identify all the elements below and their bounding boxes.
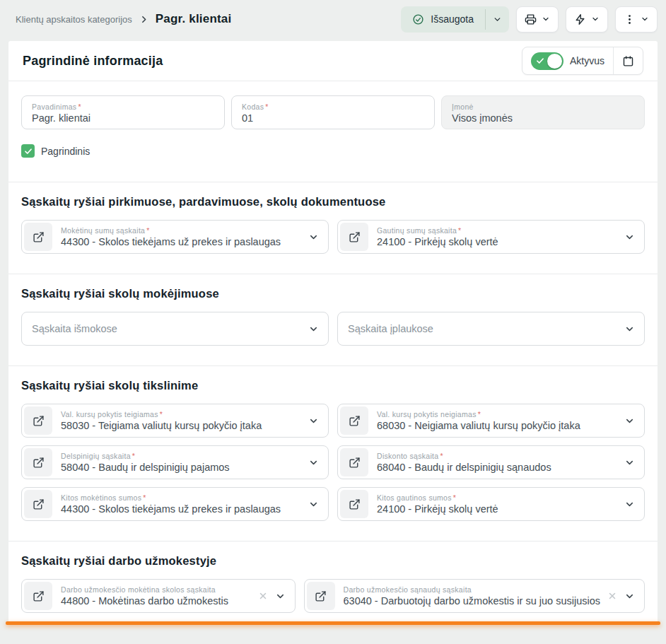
open-record-button[interactable] [340,490,368,518]
open-record-button[interactable] [24,223,52,251]
print-menu-button[interactable] [516,6,559,33]
chevron-down-icon [624,232,635,242]
field-value: 58030 - Teigiama valiutų kursų pokyčio į… [61,420,301,431]
open-record-button[interactable] [340,223,368,251]
top-bar: Klientų apskaitos kategorijos Pagr. klie… [0,0,666,38]
chevron-down-icon [624,499,635,510]
chevron-down-icon [591,15,600,23]
open-record-button[interactable] [24,406,52,435]
section-payroll: Sąskaitų ryšiai darbo užmokestyje Darbo … [8,541,658,620]
external-link-icon [33,590,45,602]
active-toggle-label: Aktyvus [570,55,604,66]
payroll-payable-select[interactable]: Darbo užmokesčio mokėtina skolos sąskait… [21,579,296,613]
save-status-button[interactable]: Išsaugota [401,6,509,33]
chevron-right-icon [139,15,148,24]
save-status-label: Išsaugota [431,13,474,25]
payables-account-select[interactable]: Mokėtinų sumų sąskaita* 44300 - Skolos t… [21,220,329,254]
main-form-card: Pagrindinė informacija Aktyvus Pavadinim… [8,41,658,625]
field-label: Mokėtinų sumų sąskaita [61,226,145,235]
code-field[interactable]: Kodas* 01 [231,95,435,129]
required-marker: * [265,103,268,111]
field-label: Kitos mokėtinos sumos [61,493,141,502]
required-marker: * [453,493,456,502]
company-field: Įmonė Visos įmonės [441,95,645,129]
field-value: 24100 - Pirkėjų skolų vertė [377,503,617,515]
chevron-down-icon [624,457,635,468]
field-label: Darbo užmokesčio mokėtina skolos sąskait… [61,585,216,594]
field-label: Kitos gautinos sumos [377,493,452,502]
breadcrumb-parent-link[interactable]: Klientų apskaitos kategorijos [16,14,132,25]
breadcrumb: Klientų apskaitos kategorijos Pagr. klie… [16,12,231,26]
chevron-down-icon [624,591,635,602]
currency-loss-select[interactable]: Val. kursų pokytis neigiamas* 68030 - Ne… [337,404,645,438]
section-title: Sąskaitų ryšiai skolų mokėjimuose [21,287,645,300]
currency-gain-select[interactable]: Val. kursų pokytis teigiamas* 58030 - Te… [21,404,329,438]
field-label: Delspinigių sąskaita [61,452,131,460]
check-icon [24,147,33,156]
printer-icon [525,13,537,25]
open-record-button[interactable] [24,582,52,610]
open-record-button[interactable] [24,448,52,476]
section-title: Sąskaitų ryšiai darbo užmokestyje [21,554,645,568]
clear-icon[interactable] [258,591,268,601]
save-dropdown-button[interactable] [486,6,509,33]
other-receivables-select[interactable]: Kitos gautinos sumos* 24100 - Pirkėjų sk… [337,487,645,521]
open-record-button[interactable] [307,582,335,610]
required-marker: * [458,226,461,235]
chevron-down-icon [624,416,635,426]
required-marker: * [146,226,149,235]
checkbox-label: Pagrindinis [41,146,90,157]
chevron-down-icon [275,591,286,602]
select-placeholder: Sąskaita išmokose [32,323,301,334]
field-value: Visos įmonės [452,112,634,124]
chevron-down-icon [542,15,550,23]
history-calendar-button[interactable] [614,47,643,74]
chevron-down-icon [641,15,649,23]
toggle-switch[interactable] [531,52,563,70]
field-value: 58040 - Baudų ir delspinigių pajamos [61,462,301,473]
field-label: Val. kursų pokytis neigiamas [377,410,477,418]
inpayment-account-select[interactable]: Sąskaita įplaukose [337,312,645,346]
field-value: Pagr. klientai [32,112,214,124]
other-payables-select[interactable]: Kitos mokėtinos sumos* 44300 - Skolos ti… [21,487,329,521]
name-field[interactable]: Pavadinimas* Pagr. klientai [21,95,225,129]
open-record-button[interactable] [340,448,368,476]
field-value: 01 [242,112,424,124]
field-value: 44300 - Skolos tiekėjams už prekes ir pa… [61,503,301,515]
external-link-icon [349,231,361,243]
chevron-down-icon [308,324,319,334]
active-toggle[interactable]: Aktyvus [522,47,613,74]
open-record-button[interactable] [24,490,52,518]
field-value: 63040 - Darbuotojų darbo užmokestis ir s… [344,595,601,607]
required-marker: * [78,103,81,111]
field-label: Darbo užmokesčio sąnaudų sąskaita [344,585,472,594]
payroll-expense-select[interactable]: Darbo užmokesčio sąnaudų sąskaita 63040 … [304,579,645,613]
select-placeholder: Sąskaita įplaukose [348,323,617,334]
field-label: Diskonto sąskaita [377,452,438,460]
toggle-knob [547,54,562,69]
discount-account-select[interactable]: Diskonto sąskaita* 68040 - Baudų ir dels… [337,445,645,479]
field-value: 24100 - Pirkėjų skolų vertė [377,236,617,247]
receivables-account-select[interactable]: Gautinų sumų sąskaita* 24100 - Pirkėjų s… [337,220,645,254]
checkbox-checked[interactable] [21,144,35,158]
check-icon [536,57,544,65]
page-title: Pagr. klientai [156,12,232,26]
card-title: Pagrindinė informacija [23,54,163,69]
external-link-icon [33,231,45,243]
open-record-button[interactable] [340,406,368,435]
late-fees-select[interactable]: Delspinigių sąskaita* 58040 - Baudų ir d… [21,445,329,479]
chevron-down-icon [624,324,635,334]
required-marker: * [160,410,163,418]
main-checkbox-row[interactable]: Pagrindinis [21,144,645,158]
more-menu-button[interactable] [615,6,658,33]
external-link-icon [33,457,45,469]
kebab-menu-icon [624,13,636,25]
actions-menu-button[interactable] [566,6,608,33]
chevron-down-icon [308,457,319,468]
chevron-down-icon [308,499,319,510]
field-value: 44300 - Skolos tiekėjams už prekes ir pa… [61,236,301,247]
clear-icon[interactable] [607,591,617,601]
card-header: Pagrindinė informacija Aktyvus [8,41,658,81]
calendar-icon [622,55,634,67]
outpayment-account-select[interactable]: Sąskaita išmokose [21,312,329,346]
